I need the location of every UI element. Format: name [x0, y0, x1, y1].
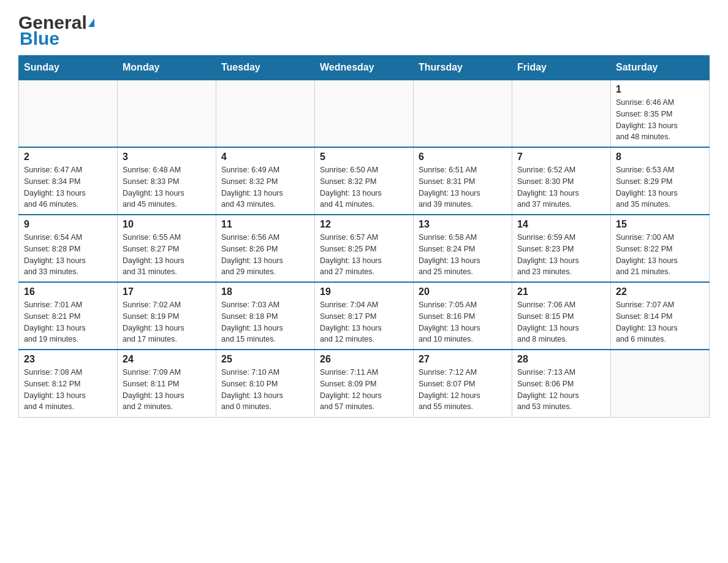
calendar-cell: 16Sunrise: 7:01 AM Sunset: 8:21 PM Dayli…	[19, 282, 118, 350]
day-info: Sunrise: 6:50 AM Sunset: 8:32 PM Dayligh…	[320, 164, 408, 210]
calendar-cell: 4Sunrise: 6:49 AM Sunset: 8:32 PM Daylig…	[216, 147, 315, 215]
day-number: 13	[419, 219, 507, 230]
day-number: 19	[320, 286, 408, 297]
calendar-cell: 7Sunrise: 6:52 AM Sunset: 8:30 PM Daylig…	[512, 147, 611, 215]
day-number: 21	[517, 286, 605, 297]
calendar-week-5: 23Sunrise: 7:08 AM Sunset: 8:12 PM Dayli…	[19, 350, 710, 417]
day-number: 3	[123, 151, 211, 163]
day-number: 20	[419, 286, 507, 297]
day-number: 24	[123, 354, 211, 365]
day-info: Sunrise: 7:07 AM Sunset: 8:14 PM Dayligh…	[616, 299, 704, 345]
calendar-cell	[216, 80, 315, 147]
day-info: Sunrise: 6:58 AM Sunset: 8:24 PM Dayligh…	[419, 232, 507, 278]
day-number: 28	[517, 354, 605, 365]
day-number: 4	[221, 151, 309, 163]
weekday-header-sunday: Sunday	[19, 56, 118, 80]
logo-blue: Blue	[20, 28, 59, 49]
day-number: 23	[24, 354, 112, 365]
calendar-cell: 28Sunrise: 7:13 AM Sunset: 8:06 PM Dayli…	[512, 350, 611, 417]
weekday-header-tuesday: Tuesday	[216, 56, 315, 80]
calendar-cell: 6Sunrise: 6:51 AM Sunset: 8:31 PM Daylig…	[414, 147, 512, 215]
day-number: 2	[24, 151, 112, 163]
logo: General Blue	[18, 12, 94, 49]
day-number: 25	[221, 354, 309, 365]
calendar-cell: 21Sunrise: 7:06 AM Sunset: 8:15 PM Dayli…	[512, 282, 611, 350]
day-number: 15	[616, 219, 704, 230]
day-info: Sunrise: 7:13 AM Sunset: 8:06 PM Dayligh…	[517, 367, 605, 413]
day-info: Sunrise: 6:47 AM Sunset: 8:34 PM Dayligh…	[24, 164, 112, 210]
calendar-cell	[414, 80, 512, 147]
calendar-week-3: 9Sunrise: 6:54 AM Sunset: 8:28 PM Daylig…	[19, 215, 710, 282]
day-info: Sunrise: 6:46 AM Sunset: 8:35 PM Dayligh…	[616, 97, 704, 143]
day-info: Sunrise: 6:59 AM Sunset: 8:23 PM Dayligh…	[517, 232, 605, 278]
calendar-cell: 17Sunrise: 7:02 AM Sunset: 8:19 PM Dayli…	[118, 282, 216, 350]
day-info: Sunrise: 7:08 AM Sunset: 8:12 PM Dayligh…	[24, 367, 112, 413]
calendar-cell	[19, 80, 118, 147]
day-number: 8	[616, 151, 704, 163]
calendar-cell: 26Sunrise: 7:11 AM Sunset: 8:09 PM Dayli…	[315, 350, 414, 417]
calendar-cell: 14Sunrise: 6:59 AM Sunset: 8:23 PM Dayli…	[512, 215, 611, 282]
calendar-cell: 1Sunrise: 6:46 AM Sunset: 8:35 PM Daylig…	[611, 80, 710, 147]
calendar-cell	[512, 80, 611, 147]
day-number: 1	[616, 84, 704, 95]
day-info: Sunrise: 6:49 AM Sunset: 8:32 PM Dayligh…	[221, 164, 309, 210]
weekday-header-wednesday: Wednesday	[315, 56, 414, 80]
day-info: Sunrise: 7:11 AM Sunset: 8:09 PM Dayligh…	[320, 367, 408, 413]
day-info: Sunrise: 6:48 AM Sunset: 8:33 PM Dayligh…	[123, 164, 211, 210]
calendar-cell: 18Sunrise: 7:03 AM Sunset: 8:18 PM Dayli…	[216, 282, 315, 350]
day-info: Sunrise: 6:52 AM Sunset: 8:30 PM Dayligh…	[517, 164, 605, 210]
calendar-cell: 11Sunrise: 6:56 AM Sunset: 8:26 PM Dayli…	[216, 215, 315, 282]
day-info: Sunrise: 6:53 AM Sunset: 8:29 PM Dayligh…	[616, 164, 704, 210]
calendar-cell	[315, 80, 414, 147]
day-number: 9	[24, 219, 112, 230]
day-number: 11	[221, 219, 309, 230]
weekday-header-thursday: Thursday	[414, 56, 512, 80]
day-number: 22	[616, 286, 704, 297]
calendar-cell	[611, 350, 710, 417]
day-number: 14	[517, 219, 605, 230]
day-info: Sunrise: 6:56 AM Sunset: 8:26 PM Dayligh…	[221, 232, 309, 278]
day-info: Sunrise: 7:02 AM Sunset: 8:19 PM Dayligh…	[123, 299, 211, 345]
calendar-week-4: 16Sunrise: 7:01 AM Sunset: 8:21 PM Dayli…	[19, 282, 710, 350]
calendar-cell: 15Sunrise: 7:00 AM Sunset: 8:22 PM Dayli…	[611, 215, 710, 282]
calendar-table: SundayMondayTuesdayWednesdayThursdayFrid…	[18, 55, 710, 418]
calendar-cell	[118, 80, 216, 147]
calendar-cell: 27Sunrise: 7:12 AM Sunset: 8:07 PM Dayli…	[414, 350, 512, 417]
calendar-cell: 5Sunrise: 6:50 AM Sunset: 8:32 PM Daylig…	[315, 147, 414, 215]
day-info: Sunrise: 7:06 AM Sunset: 8:15 PM Dayligh…	[517, 299, 605, 345]
calendar-cell: 9Sunrise: 6:54 AM Sunset: 8:28 PM Daylig…	[19, 215, 118, 282]
day-number: 5	[320, 151, 408, 163]
day-info: Sunrise: 6:55 AM Sunset: 8:27 PM Dayligh…	[123, 232, 211, 278]
day-info: Sunrise: 7:10 AM Sunset: 8:10 PM Dayligh…	[221, 367, 309, 413]
day-number: 6	[419, 151, 507, 163]
calendar-cell: 2Sunrise: 6:47 AM Sunset: 8:34 PM Daylig…	[19, 147, 118, 215]
day-number: 16	[24, 286, 112, 297]
calendar-cell: 13Sunrise: 6:58 AM Sunset: 8:24 PM Dayli…	[414, 215, 512, 282]
day-info: Sunrise: 7:04 AM Sunset: 8:17 PM Dayligh…	[320, 299, 408, 345]
calendar-cell: 12Sunrise: 6:57 AM Sunset: 8:25 PM Dayli…	[315, 215, 414, 282]
weekday-header-row: SundayMondayTuesdayWednesdayThursdayFrid…	[19, 56, 710, 80]
day-info: Sunrise: 7:00 AM Sunset: 8:22 PM Dayligh…	[616, 232, 704, 278]
calendar-cell: 10Sunrise: 6:55 AM Sunset: 8:27 PM Dayli…	[118, 215, 216, 282]
calendar-cell: 24Sunrise: 7:09 AM Sunset: 8:11 PM Dayli…	[118, 350, 216, 417]
day-info: Sunrise: 6:57 AM Sunset: 8:25 PM Dayligh…	[320, 232, 408, 278]
day-number: 27	[419, 354, 507, 365]
weekday-header-friday: Friday	[512, 56, 611, 80]
calendar-cell: 23Sunrise: 7:08 AM Sunset: 8:12 PM Dayli…	[19, 350, 118, 417]
calendar-cell: 20Sunrise: 7:05 AM Sunset: 8:16 PM Dayli…	[414, 282, 512, 350]
weekday-header-saturday: Saturday	[611, 56, 710, 80]
day-number: 12	[320, 219, 408, 230]
day-info: Sunrise: 7:09 AM Sunset: 8:11 PM Dayligh…	[123, 367, 211, 413]
calendar-cell: 25Sunrise: 7:10 AM Sunset: 8:10 PM Dayli…	[216, 350, 315, 417]
day-number: 17	[123, 286, 211, 297]
calendar-cell: 22Sunrise: 7:07 AM Sunset: 8:14 PM Dayli…	[611, 282, 710, 350]
day-number: 7	[517, 151, 605, 163]
calendar-cell: 3Sunrise: 6:48 AM Sunset: 8:33 PM Daylig…	[118, 147, 216, 215]
calendar-cell: 19Sunrise: 7:04 AM Sunset: 8:17 PM Dayli…	[315, 282, 414, 350]
weekday-header-monday: Monday	[118, 56, 216, 80]
day-info: Sunrise: 7:12 AM Sunset: 8:07 PM Dayligh…	[419, 367, 507, 413]
day-number: 18	[221, 286, 309, 297]
page-header: General Blue	[18, 12, 710, 49]
day-info: Sunrise: 7:01 AM Sunset: 8:21 PM Dayligh…	[24, 299, 112, 345]
day-info: Sunrise: 6:54 AM Sunset: 8:28 PM Dayligh…	[24, 232, 112, 278]
